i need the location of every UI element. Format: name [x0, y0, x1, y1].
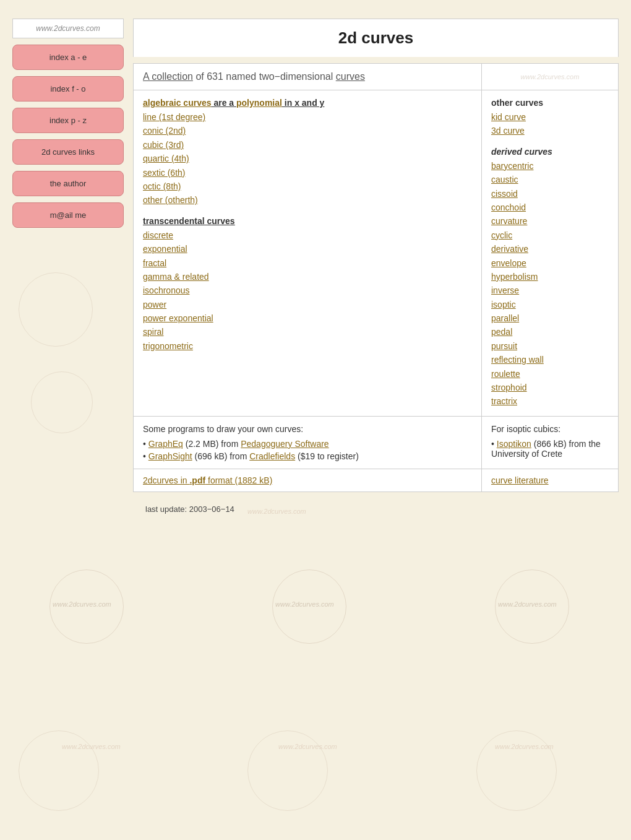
- envelope-link[interactable]: envelope: [491, 256, 609, 270]
- roulette-link[interactable]: roulette: [491, 367, 609, 381]
- other-link[interactable]: other (otherth): [143, 193, 472, 207]
- sidebar-btn-index-a-e[interactable]: index a - e: [12, 45, 124, 70]
- grapheq-entry: • GraphEq (2.2 MB) from Pedagoguery Soft…: [143, 439, 472, 449]
- sidebar-btn-author[interactable]: the author: [12, 171, 124, 196]
- derived-section: derived curves barycentric caustic cisso…: [491, 147, 609, 409]
- bottom-wm-3: www.2dcurves.com: [498, 600, 557, 608]
- curves-right: other curves kid curve 3d curve derived …: [482, 90, 618, 416]
- last-update: last update: 2003−06−14: [145, 504, 234, 514]
- graphsight-entry: • GraphSight (696 kB) from Cradlefields …: [143, 451, 472, 461]
- programs-row: Some programs to draw your own curves: •…: [133, 416, 619, 469]
- watermark-5: www.2dcurves.com: [62, 743, 121, 750]
- octic-link[interactable]: octic (8th): [143, 180, 472, 193]
- fractal-link[interactable]: fractal: [143, 256, 472, 270]
- pedal-link[interactable]: pedal: [491, 325, 609, 339]
- sidebar-btn-2d-links[interactable]: 2d curves links: [12, 139, 124, 165]
- caustic-link[interactable]: caustic: [491, 173, 609, 186]
- sidebar-btn-index-p-z[interactable]: index p - z: [12, 108, 124, 133]
- pdf-link[interactable]: 2dcurves in .pdf format (1882 kB): [143, 475, 272, 485]
- curvature-link[interactable]: curvature: [491, 214, 609, 228]
- sidebar-btn-mail[interactable]: m@ail me: [12, 202, 124, 228]
- quartic-link[interactable]: quartic (4th): [143, 152, 472, 165]
- isoptikon-entry: • Isoptikon (866 kB) from the University…: [491, 439, 609, 459]
- strophoid-link[interactable]: strophoid: [491, 381, 609, 394]
- bottom-wm-1: www.2dcurves.com: [53, 600, 111, 608]
- programs-right: For isoptic cubics: • Isoptikon (866 kB)…: [482, 417, 618, 469]
- polynomial-link[interactable]: polynomial: [236, 98, 282, 108]
- footer: last update: 2003−06−14: [133, 492, 619, 526]
- hyperbolism-link[interactable]: hyperbolism: [491, 270, 609, 284]
- sidebar: www.2dcurves.com index a - e index f - o…: [12, 19, 124, 526]
- algebraic-section: algebraic curves are a polynomial in x a…: [143, 98, 472, 207]
- discrete-link[interactable]: discrete: [143, 228, 472, 242]
- derived-title: derived curves: [491, 147, 609, 157]
- cradlefields-link[interactable]: Cradlefields: [249, 451, 295, 461]
- transcendental-link[interactable]: transcendental curves: [143, 216, 235, 226]
- derivative-link[interactable]: derivative: [491, 242, 609, 256]
- pursuit-link[interactable]: pursuit: [491, 339, 609, 353]
- cubic-link[interactable]: cubic (3rd): [143, 138, 472, 152]
- programs-left: Some programs to draw your own curves: •…: [134, 417, 482, 469]
- tractrix-link[interactable]: tractrix: [491, 394, 609, 408]
- power-exponential-link[interactable]: power exponential: [143, 311, 472, 325]
- inverse-link[interactable]: inverse: [491, 284, 609, 297]
- cyclic-link[interactable]: cyclic: [491, 228, 609, 242]
- page-title: 2d curves: [133, 19, 619, 57]
- isoptikon-link[interactable]: Isoptikon: [497, 439, 531, 449]
- isoptic-link[interactable]: isoptic: [491, 298, 609, 311]
- isoptic-intro: For isoptic cubics:: [491, 424, 609, 434]
- transcendental-section: transcendental curves discrete exponenti…: [143, 216, 472, 353]
- pdf-right: curve literature: [482, 469, 618, 491]
- curve-literature-link[interactable]: curve literature: [491, 475, 549, 485]
- algebraic-title: algebraic curves are a polynomial in x a…: [143, 98, 472, 108]
- conchoid-link[interactable]: conchoid: [491, 201, 609, 214]
- algebraic-curves-link[interactable]: algebraic curves: [143, 98, 212, 108]
- grapheq-link[interactable]: GraphEq: [148, 439, 183, 449]
- sidebar-logo: www.2dcurves.com: [12, 19, 124, 38]
- cissoid-link[interactable]: cissoid: [491, 187, 609, 201]
- gamma-link[interactable]: gamma & related: [143, 270, 472, 284]
- reflecting-wall-link[interactable]: reflecting wall: [491, 353, 609, 366]
- main-content: 2d curves A collection of 631 named two−…: [133, 19, 619, 526]
- other-curves-section: other curves kid curve 3d curve: [491, 98, 609, 138]
- transcendental-title: transcendental curves: [143, 216, 472, 226]
- sextic-link[interactable]: sextic (6th): [143, 166, 472, 180]
- isochronous-link[interactable]: isochronous: [143, 284, 472, 297]
- programs-intro: Some programs to draw your own curves:: [143, 424, 472, 434]
- pdf-row: 2dcurves in .pdf format (1882 kB) curve …: [133, 469, 619, 492]
- barycentric-link[interactable]: barycentric: [491, 159, 609, 173]
- power-link[interactable]: power: [143, 298, 472, 311]
- trigonometric-link[interactable]: trigonometric: [143, 339, 472, 353]
- pedagoguery-link[interactable]: Pedagoguery Software: [241, 439, 328, 449]
- 3d-curve-link[interactable]: 3d curve: [491, 124, 609, 137]
- bottom-section: www.2dcurves.com www.2dcurves.com www.2d…: [0, 551, 631, 662]
- graphsight-link[interactable]: GraphSight: [148, 451, 192, 461]
- watermark-7: www.2dcurves.com: [495, 743, 554, 750]
- collection-text: A collection of 631 named two−dimensiona…: [134, 64, 482, 90]
- line-link[interactable]: line (1st degree): [143, 110, 472, 124]
- bottom-wm-2: www.2dcurves.com: [275, 600, 334, 608]
- collection-logo: www.2dcurves.com: [482, 64, 618, 90]
- kid-curve-link[interactable]: kid curve: [491, 110, 609, 124]
- pdf-left: 2dcurves in .pdf format (1882 kB): [134, 469, 482, 491]
- curves-table: algebraic curves are a polynomial in x a…: [133, 90, 619, 416]
- parallel-link[interactable]: parallel: [491, 311, 609, 325]
- other-curves-title: other curves: [491, 98, 609, 108]
- watermark-6: www.2dcurves.com: [278, 743, 337, 750]
- collection-row: A collection of 631 named two−dimensiona…: [133, 63, 619, 90]
- sidebar-btn-index-f-o[interactable]: index f - o: [12, 76, 124, 102]
- curves-left: algebraic curves are a polynomial in x a…: [134, 90, 482, 416]
- exponential-link[interactable]: exponential: [143, 242, 472, 256]
- spiral-link[interactable]: spiral: [143, 325, 472, 339]
- conic-link[interactable]: conic (2nd): [143, 124, 472, 137]
